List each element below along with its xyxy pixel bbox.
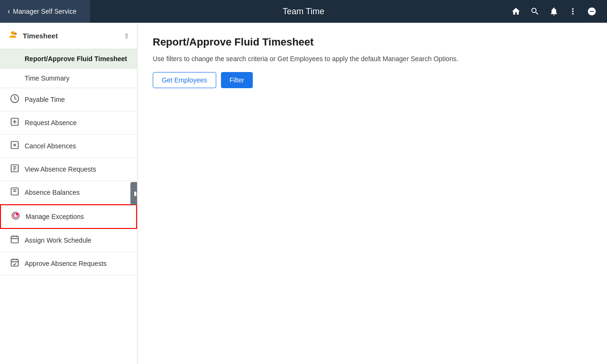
svg-point-1 [14,32,17,35]
page-title: Report/Approve Fluid Timesheet [153,36,592,48]
sidebar-item-assign-work-schedule[interactable]: Assign Work Schedule [0,229,137,252]
sidebar-item-label-time-summary: Time Summary [25,74,69,82]
sidebar-item-time-summary[interactable]: Time Summary [0,69,137,88]
svg-rect-11 [11,259,18,266]
topbar: ‹ Manager Self Service Team Time [0,0,607,23]
sidebar-item-request-absence[interactable]: Request Absence [0,111,137,135]
no-entry-icon[interactable] [584,4,599,19]
main-content: Report/Approve Fluid Timesheet Use filte… [138,23,607,364]
main-layout: Timesheet ⇧ Report/Approve Fluid Timeshe… [0,23,607,364]
sidebar-item-label-absence-balances: Absence Balances [25,189,80,196]
timesheet-section-label: Timesheet [23,32,124,40]
sidebar-item-view-absence-requests[interactable]: View Absence Requests [0,158,137,181]
sidebar-item-label-manage-exceptions: Manage Exceptions [26,213,84,220]
view-absence-requests-icon [9,164,20,175]
svg-point-9 [16,212,19,216]
home-icon[interactable] [508,4,524,19]
sidebar-item-label-cancel-absences: Cancel Absences [25,142,76,150]
timesheet-section-header[interactable]: Timesheet ⇧ [0,23,137,49]
bell-icon[interactable] [546,4,561,19]
sidebar-item-label-assign-work-schedule: Assign Work Schedule [25,237,92,244]
cancel-absences-icon [9,140,20,152]
sidebar: Timesheet ⇧ Report/Approve Fluid Timeshe… [0,23,138,364]
svg-rect-10 [11,236,18,243]
sidebar-toggle-button[interactable]: ▮▮ [130,182,138,205]
payable-time-icon [9,94,20,105]
approve-absence-requests-icon [9,258,20,269]
sidebar-item-label-payable-time: Payable Time [25,96,65,103]
timesheet-section-icon [8,29,18,42]
more-icon[interactable] [565,4,580,19]
sidebar-item-report-approve[interactable]: Report/Approve Fluid Timesheet [0,49,137,69]
svg-point-0 [11,31,14,35]
action-buttons: Get Employees Filter [153,72,592,88]
absence-balances-icon [9,187,20,198]
sidebar-item-cancel-absences[interactable]: Cancel Absences [0,135,137,158]
get-employees-button[interactable]: Get Employees [153,72,216,88]
sidebar-item-label-report-approve: Report/Approve Fluid Timesheet [25,55,127,63]
assign-work-schedule-icon [9,235,20,246]
search-icon[interactable] [527,4,543,19]
chevron-up-icon: ⇧ [124,32,129,40]
manage-exceptions-icon [10,211,21,222]
back-button[interactable]: ‹ Manager Self Service [0,0,90,23]
topbar-icons [508,4,607,19]
filter-button[interactable]: Filter [221,72,253,88]
sidebar-item-label-view-absence-requests: View Absence Requests [25,165,96,173]
sidebar-item-absence-balances[interactable]: Absence Balances [0,181,137,204]
sidebar-item-label-approve-absence-requests: Approve Absence Requests [25,260,107,267]
content-description: Use filters to change the search criteri… [153,55,592,63]
sidebar-item-payable-time[interactable]: Payable Time [0,88,137,111]
sidebar-item-label-request-absence: Request Absence [25,119,77,127]
request-absence-icon [9,117,20,128]
back-label: Manager Self Service [13,8,76,15]
sidebar-item-approve-absence-requests[interactable]: Approve Absence Requests [0,252,137,275]
pause-icon: ▮▮ [134,190,138,197]
sidebar-item-manage-exceptions[interactable]: Manage Exceptions [0,204,137,229]
back-arrow-icon: ‹ [8,7,10,16]
topbar-title: Team Time [283,7,324,17]
